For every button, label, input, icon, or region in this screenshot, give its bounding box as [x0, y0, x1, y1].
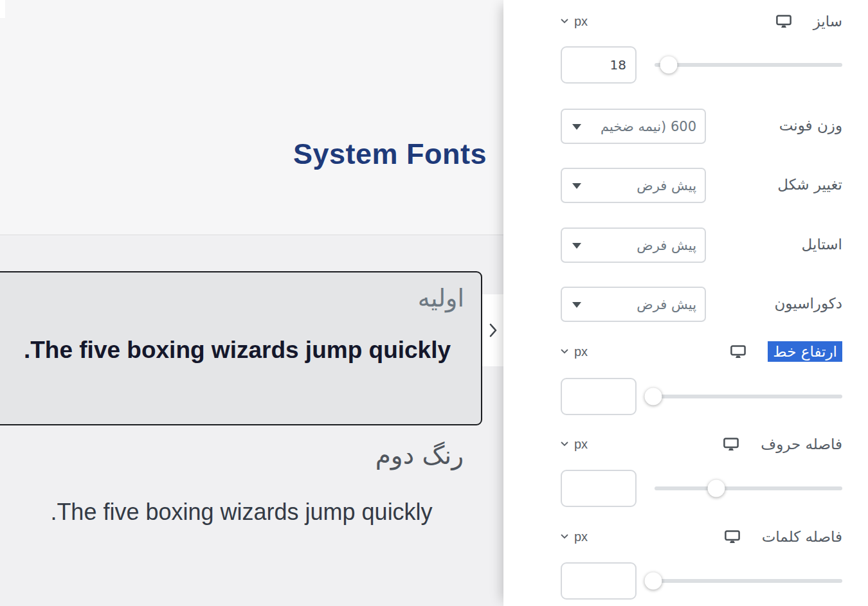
- chevron-down-icon: [561, 534, 568, 539]
- font-style-value: پیش فرض: [589, 238, 696, 253]
- chevron-down-icon: [561, 441, 568, 447]
- word-spacing-slider-track[interactable]: [655, 579, 842, 583]
- font-weight-select[interactable]: 600 (نیمه ضخیم: [561, 109, 706, 144]
- line-height-slider: [561, 378, 842, 415]
- line-height-unit-label: px: [574, 344, 588, 359]
- word-spacing-unit-label: px: [574, 530, 588, 544]
- letter-spacing-label: فاصله حروف: [761, 436, 842, 452]
- text-transform-value: پیش فرض: [589, 178, 696, 193]
- font-size-unit-label: px: [574, 14, 588, 29]
- word-spacing-header-row: px فاصله کلمات: [561, 524, 842, 549]
- font-size-label: سایز: [813, 13, 842, 30]
- primary-font-sample-box: اولیه .The five boxing wizards jump quic…: [0, 271, 482, 425]
- word-spacing-label: فاصله کلمات: [762, 528, 842, 545]
- word-spacing-slider-thumb[interactable]: [645, 573, 662, 590]
- word-spacing-control-row: [561, 562, 842, 600]
- letter-spacing-control-row: [561, 470, 842, 507]
- text-decoration-select[interactable]: پیش فرض: [561, 287, 706, 322]
- line-height-header-row: px ارتفاع خط: [561, 339, 842, 364]
- font-size-slider-track[interactable]: [655, 63, 842, 67]
- font-weight-value: 600 (نیمه ضخیم: [589, 119, 696, 134]
- text-transform-select[interactable]: پیش فرض: [561, 168, 706, 203]
- text-transform-label: تغییر شکل: [777, 176, 842, 193]
- font-preview-canvas: System Fonts اولیه .The five boxing wiza…: [0, 0, 503, 606]
- desktop-icon[interactable]: [730, 345, 746, 359]
- letter-spacing-slider: [561, 470, 842, 507]
- letter-spacing-slider-thumb[interactable]: [708, 480, 725, 497]
- text-decoration-value: پیش فرض: [589, 297, 696, 312]
- secondary-sample-label: رنگ دوم: [375, 441, 464, 470]
- corner-notch: [0, 0, 5, 18]
- word-spacing-slider: [561, 562, 842, 600]
- letter-spacing-slider-track[interactable]: [655, 486, 842, 490]
- word-spacing-unit-switcher[interactable]: px: [561, 530, 588, 544]
- preview-header-section: System Fonts: [0, 0, 503, 235]
- font-style-label: استایل: [802, 236, 842, 253]
- desktop-icon[interactable]: [776, 15, 791, 28]
- text-decoration-label: دکوراسیون: [774, 295, 842, 312]
- letter-spacing-header-row: px فاصله حروف: [561, 432, 842, 456]
- page-title: System Fonts: [293, 138, 487, 171]
- desktop-icon[interactable]: [723, 438, 739, 451]
- line-height-unit-switcher[interactable]: px: [561, 344, 588, 359]
- font-size-unit-switcher[interactable]: px: [561, 14, 588, 29]
- font-size-control-row: [561, 46, 842, 84]
- panel-collapse-tab[interactable]: [482, 294, 503, 366]
- line-height-slider-thumb[interactable]: [645, 388, 662, 405]
- primary-sample-text: .The five boxing wizards jump quickly: [4, 337, 471, 364]
- select-caret-icon: [572, 302, 581, 308]
- desktop-icon[interactable]: [725, 530, 740, 544]
- chevron-down-icon: [561, 19, 568, 24]
- font-style-select[interactable]: پیش فرض: [561, 227, 706, 263]
- font-size-header-row: px سایز: [561, 9, 842, 33]
- select-caret-icon: [572, 124, 581, 130]
- line-height-control-row: [561, 378, 842, 415]
- secondary-sample-text: .The five boxing wizards jump quickly: [19, 499, 464, 526]
- line-height-label-selected: ارتفاع خط: [768, 341, 842, 362]
- typography-settings-panel: px سایز وزن فونت 600 (ن: [503, 0, 868, 606]
- font-weight-label: وزن فونت: [779, 117, 842, 134]
- select-caret-icon: [572, 183, 581, 189]
- chevron-right-icon: [489, 323, 497, 337]
- font-size-slider: [561, 46, 842, 84]
- select-caret-icon: [572, 243, 581, 249]
- chevron-down-icon: [561, 349, 568, 354]
- font-size-slider-thumb[interactable]: [660, 57, 678, 74]
- primary-sample-label: اولیه: [418, 284, 464, 312]
- line-height-slider-track[interactable]: [655, 395, 842, 398]
- letter-spacing-unit-switcher[interactable]: px: [561, 437, 588, 452]
- typography-settings-screen: System Fonts اولیه .The five boxing wiza…: [0, 0, 868, 606]
- letter-spacing-unit-label: px: [574, 437, 588, 452]
